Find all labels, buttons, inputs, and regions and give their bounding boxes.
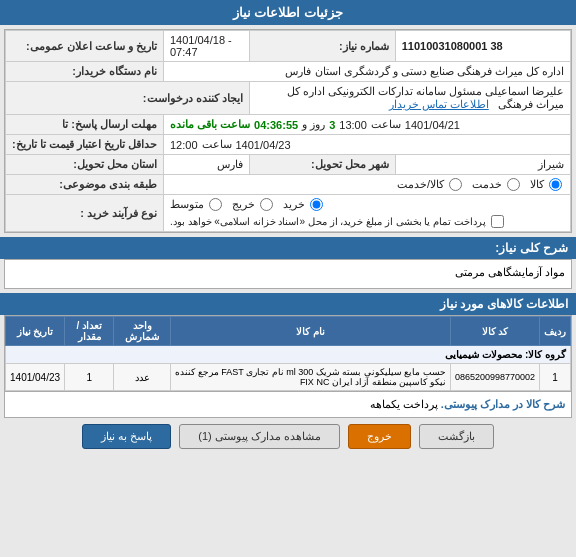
row-unit: عدد: [114, 364, 170, 391]
goods-type-row: کالا/خدمت خدمت کالا: [163, 175, 570, 195]
goods-type-radio3[interactable]: [449, 178, 462, 191]
order-type-radio1[interactable]: [310, 198, 323, 211]
row-code: 0865200998770002: [450, 364, 539, 391]
delivery-city-value: شیراز: [395, 155, 570, 175]
order-type-radio3-label: متوسط: [170, 198, 204, 211]
validity-time-label: ساعت: [202, 138, 232, 151]
note-value: پرداخت یکماهه: [370, 398, 438, 410]
order-type-checkbox-label: پرداخت تمام یا بخشی از مبلغ خرید، از محل…: [170, 216, 486, 227]
goods-table: ردیف کد کالا نام کالا واحد شمارش تعداد /…: [5, 316, 571, 391]
buyer-office-value: اداره کل میراث فرهنگی صنایع دستی و گردشگ…: [163, 62, 570, 82]
description-section-header: شرح کلی نیاز:: [0, 237, 576, 259]
return-button[interactable]: بازگشت: [419, 424, 494, 449]
goods-table-header: ردیف کد کالا نام کالا واحد شمارش تعداد /…: [6, 317, 571, 346]
goods-type-radio2[interactable]: [507, 178, 520, 191]
goods-type-radio2-item: خدمت: [472, 178, 522, 191]
col-quantity: تعداد / مقدار: [65, 317, 114, 346]
order-type-radio3[interactable]: [209, 198, 222, 211]
order-number-label: شماره نیاز:: [249, 31, 395, 62]
page-header: جزئیات اطلاعات نیاز: [0, 0, 576, 25]
validity-date-row: 12:00 ساعت 1401/04/23: [163, 135, 570, 155]
order-type-checkbox-item: پرداخت تمام یا بخشی از مبلغ خرید، از محل…: [170, 215, 506, 228]
order-type-radio2-label: خریج: [232, 198, 255, 211]
goods-type-radio3-item: کالا/خدمت: [397, 178, 464, 191]
send-time-value: 13:00: [339, 119, 367, 131]
button-area: پاسخ به نیاز مشاهده مدارک پیوستی (1) خرو…: [4, 424, 572, 449]
goods-type-radio3-label: کالا/خدمت: [397, 178, 444, 191]
order-type-radio2-item: خریج: [232, 198, 275, 211]
contact-link[interactable]: اطلاعات تماس خریدار: [389, 98, 489, 110]
goods-group-value: گروه کالا: محصولات شیمیایی: [6, 346, 571, 364]
goods-group-row: گروه کالا: محصولات شیمیایی: [6, 346, 571, 364]
main-container: جزئیات اطلاعات نیاز 11010031080001 38 شم…: [0, 0, 576, 449]
reply-button[interactable]: پاسخ به نیاز: [82, 424, 171, 449]
delivery-province-value: فارس: [163, 155, 249, 175]
description-value: مواد آزمایشگاهی مرمتی: [455, 266, 565, 278]
buyer-office-label: نام دستگاه خریدار:: [6, 62, 164, 82]
goods-type-label: طبقه بندی موضوعی:: [6, 175, 164, 195]
goods-type-radio1-label: کالا: [530, 178, 544, 191]
col-unit: واحد شمارش: [114, 317, 170, 346]
delivery-province-label: استان محل تحویل:: [6, 155, 164, 175]
info-card: 11010031080001 38 شماره نیاز: 1401/04/18…: [4, 29, 572, 233]
row-date: 1401/04/23: [6, 364, 65, 391]
date-time-label: تاریخ و ساعت اعلان عمومی:: [6, 31, 164, 62]
remaining-time-value: 04:36:55: [254, 119, 298, 131]
row-number: 1: [540, 364, 571, 391]
goods-type-radio1[interactable]: [549, 178, 562, 191]
exit-button[interactable]: خروج: [348, 424, 411, 449]
order-number-value: 11010031080001 38: [395, 31, 570, 62]
validity-time-value: 12:00: [170, 139, 198, 151]
order-type-row: متوسط خریج خرید: [163, 195, 570, 232]
delivery-city-label: شهر محل تحویل:: [249, 155, 395, 175]
creator-value: علیرضا اسماعیلی مسئول سامانه تدارکات الک…: [249, 82, 570, 115]
goods-type-radio1-item: کالا: [530, 178, 564, 191]
table-row: 1 0865200998770002 حسب مایع سیلیکونی بست…: [6, 364, 571, 391]
order-type-radio2[interactable]: [260, 198, 273, 211]
send-date-label: مهلت ارسال پاسخ: تا: [6, 115, 164, 135]
validity-date-label: حداقل تاریخ اعتبار قیمت تا تاریخ:: [6, 135, 164, 155]
remaining-time-suffix: ساعت باقی مانده: [170, 118, 250, 131]
send-date-value: 1401/04/21: [405, 119, 460, 131]
col-date: تاریخ نیاز: [6, 317, 65, 346]
row-name: حسب مایع سیلیکونی بسته شریک 300 ml نام ت…: [170, 364, 450, 391]
send-time-label: ساعت: [371, 118, 401, 131]
send-date-row: ساعت باقی مانده 04:36:55 روز و 3 13:00 س…: [163, 115, 570, 135]
goods-section-header: اطلاعات کالاهای مورد نیاز: [0, 293, 576, 315]
remaining-days-value: 3: [329, 119, 335, 131]
validity-date-value: 1401/04/23: [236, 139, 291, 151]
goods-type-radio2-label: خدمت: [472, 178, 502, 191]
order-type-label: نوع فرآیند خرید :: [6, 195, 164, 232]
col-code: کد کالا: [450, 317, 539, 346]
remaining-days-label: روز و: [302, 118, 325, 131]
order-type-radio1-item: خرید: [283, 198, 325, 211]
order-type-radio1-label: خرید: [283, 198, 305, 211]
order-type-checkbox[interactable]: [491, 215, 504, 228]
note-area: شرح کالا در مدارک پیوستی. پرداخت یکماهه: [4, 392, 572, 418]
view-docs-button[interactable]: مشاهده مدارک پیوستی (1): [179, 424, 340, 449]
description-area: مواد آزمایشگاهی مرمتی: [4, 259, 572, 289]
col-row: ردیف: [540, 317, 571, 346]
header-title: جزئیات اطلاعات نیاز: [233, 5, 343, 20]
date-time-value: 1401/04/18 - 07:47: [163, 31, 249, 62]
info-table: 11010031080001 38 شماره نیاز: 1401/04/18…: [5, 30, 571, 232]
col-name: نام کالا: [170, 317, 450, 346]
creator-label: ایجاد کننده درخواست:: [6, 82, 250, 115]
note-label: شرح کالا در مدارک پیوستی.: [438, 398, 565, 410]
row-quantity: 1: [65, 364, 114, 391]
order-type-radio3-item: متوسط: [170, 198, 224, 211]
goods-table-container: ردیف کد کالا نام کالا واحد شمارش تعداد /…: [4, 315, 572, 392]
